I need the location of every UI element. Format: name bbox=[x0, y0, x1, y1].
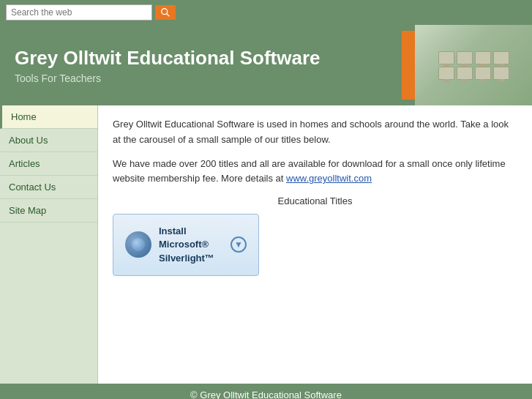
search-bar bbox=[0, 0, 532, 25]
sidebar-item-articles[interactable]: Articles bbox=[0, 152, 97, 176]
silverlight-download-arrow: ▼ bbox=[231, 236, 247, 253]
computer-icon bbox=[475, 51, 491, 64]
main-content: Grey Olltwit Educational Software is use… bbox=[98, 105, 532, 384]
silverlight-install-box[interactable]: Install Microsoft® Silverlight™ ▼ bbox=[113, 214, 259, 276]
search-button[interactable] bbox=[155, 5, 176, 20]
svg-point-0 bbox=[162, 9, 168, 15]
computer-icon bbox=[457, 51, 473, 64]
silverlight-text-block: Install Microsoft® Silverlight™ bbox=[159, 225, 223, 265]
computer-icon bbox=[438, 67, 454, 80]
main-wrapper: Home About Us Articles Contact Us Site M… bbox=[0, 105, 532, 384]
computer-icon bbox=[493, 51, 509, 64]
sidebar-item-about-us[interactable]: About Us bbox=[0, 129, 97, 152]
header-image bbox=[415, 25, 532, 105]
header-accent-bar bbox=[402, 31, 415, 100]
website-link[interactable]: www.greyolltwit.com bbox=[286, 173, 372, 184]
computer-icon bbox=[493, 67, 509, 80]
computer-icon bbox=[457, 67, 473, 80]
sidebar-item-contact-us[interactable]: Contact Us bbox=[0, 176, 97, 199]
sidebar-item-home[interactable]: Home bbox=[0, 105, 97, 129]
search-input[interactable] bbox=[6, 4, 152, 20]
footer-copyright: © Grey Olltwit Educational Software bbox=[190, 389, 342, 399]
computer-icon bbox=[438, 51, 454, 64]
silverlight-line1: Install bbox=[159, 225, 223, 238]
silverlight-logo-inner bbox=[132, 238, 145, 251]
computer-icon bbox=[475, 67, 491, 80]
footer-green: © Grey Olltwit Educational Software bbox=[0, 384, 532, 399]
header-text-area: Grey Olltwit Educational Software Tools … bbox=[0, 25, 402, 105]
silverlight-line2: Microsoft® Silverlight™ bbox=[159, 238, 223, 264]
svg-line-1 bbox=[167, 14, 170, 17]
content-para1: Grey Olltwit Educational Software is use… bbox=[113, 117, 517, 148]
site-title: Grey Olltwit Educational Software bbox=[15, 47, 387, 70]
search-icon bbox=[160, 7, 171, 18]
educational-titles-label: Educational Titles bbox=[113, 195, 517, 206]
header-image-inner bbox=[415, 25, 532, 105]
site-subtitle: Tools For Teachers bbox=[15, 72, 387, 84]
header: Grey Olltwit Educational Software Tools … bbox=[0, 25, 532, 105]
content-para2: We have made over 200 titles and all are… bbox=[113, 157, 517, 187]
sidebar: Home About Us Articles Contact Us Site M… bbox=[0, 105, 98, 384]
computer-lab-graphic bbox=[431, 44, 517, 87]
silverlight-logo bbox=[125, 231, 151, 258]
sidebar-item-site-map[interactable]: Site Map bbox=[0, 199, 97, 223]
